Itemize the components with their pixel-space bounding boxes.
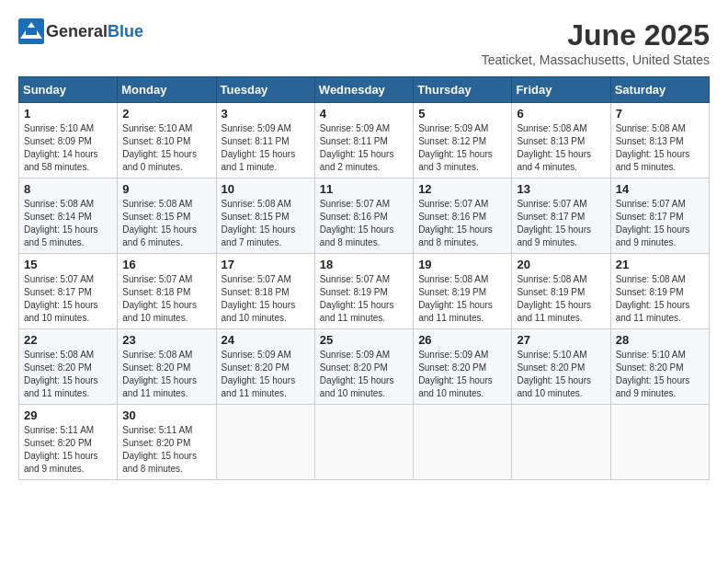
day-number: 19 bbox=[418, 258, 506, 271]
calendar-cell: 15Sunrise: 5:07 AM Sunset: 8:17 PM Dayli… bbox=[19, 254, 118, 329]
day-info: Sunrise: 5:08 AM Sunset: 8:13 PM Dayligh… bbox=[616, 122, 704, 174]
calendar-cell: 28Sunrise: 5:10 AM Sunset: 8:20 PM Dayli… bbox=[610, 329, 709, 405]
day-info: Sunrise: 5:10 AM Sunset: 8:09 PM Dayligh… bbox=[24, 122, 112, 174]
day-number: 14 bbox=[616, 182, 704, 196]
day-info: Sunrise: 5:08 AM Sunset: 8:15 PM Dayligh… bbox=[122, 198, 210, 249]
calendar-week-2: 8Sunrise: 5:08 AM Sunset: 8:14 PM Daylig… bbox=[19, 178, 710, 254]
day-info: Sunrise: 5:07 AM Sunset: 8:17 PM Dayligh… bbox=[616, 198, 704, 249]
weekday-header-tuesday: Tuesday bbox=[216, 77, 314, 103]
weekday-header-row: SundayMondayTuesdayWednesdayThursdayFrid… bbox=[19, 77, 710, 103]
calendar-cell: 12Sunrise: 5:07 AM Sunset: 8:16 PM Dayli… bbox=[414, 178, 512, 254]
calendar-cell: 30Sunrise: 5:11 AM Sunset: 8:20 PM Dayli… bbox=[118, 405, 216, 480]
day-info: Sunrise: 5:08 AM Sunset: 8:15 PM Dayligh… bbox=[222, 198, 310, 249]
day-info: Sunrise: 5:08 AM Sunset: 8:20 PM Dayligh… bbox=[122, 349, 210, 400]
svg-rect-2 bbox=[26, 28, 37, 35]
weekday-header-thursday: Thursday bbox=[414, 77, 512, 103]
day-info: Sunrise: 5:07 AM Sunset: 8:17 PM Dayligh… bbox=[517, 198, 605, 249]
calendar-cell: 7Sunrise: 5:08 AM Sunset: 8:13 PM Daylig… bbox=[610, 103, 709, 178]
day-info: Sunrise: 5:09 AM Sunset: 8:11 PM Dayligh… bbox=[222, 122, 310, 174]
day-number: 6 bbox=[517, 107, 605, 121]
day-number: 13 bbox=[517, 182, 605, 196]
location-title: Teaticket, Massachusetts, United States bbox=[482, 52, 710, 67]
day-info: Sunrise: 5:07 AM Sunset: 8:19 PM Dayligh… bbox=[320, 273, 408, 325]
day-info: Sunrise: 5:11 AM Sunset: 8:20 PM Dayligh… bbox=[24, 424, 112, 476]
calendar-cell: 4Sunrise: 5:09 AM Sunset: 8:11 PM Daylig… bbox=[314, 103, 413, 178]
day-info: Sunrise: 5:08 AM Sunset: 8:19 PM Dayligh… bbox=[616, 273, 704, 325]
calendar-cell bbox=[512, 405, 610, 480]
day-number: 12 bbox=[418, 182, 506, 196]
day-number: 15 bbox=[24, 258, 112, 271]
calendar-cell bbox=[610, 405, 709, 480]
calendar-cell: 25Sunrise: 5:09 AM Sunset: 8:20 PM Dayli… bbox=[314, 329, 413, 405]
calendar-cell: 21Sunrise: 5:08 AM Sunset: 8:19 PM Dayli… bbox=[610, 254, 709, 329]
day-info: Sunrise: 5:08 AM Sunset: 8:20 PM Dayligh… bbox=[24, 349, 112, 400]
day-number: 11 bbox=[320, 182, 408, 196]
calendar-cell: 24Sunrise: 5:09 AM Sunset: 8:20 PM Dayli… bbox=[216, 329, 314, 405]
day-number: 25 bbox=[320, 333, 408, 347]
day-info: Sunrise: 5:10 AM Sunset: 8:20 PM Dayligh… bbox=[616, 349, 704, 400]
calendar: SundayMondayTuesdayWednesdayThursdayFrid… bbox=[18, 76, 710, 480]
calendar-week-3: 15Sunrise: 5:07 AM Sunset: 8:17 PM Dayli… bbox=[19, 254, 710, 329]
weekday-header-monday: Monday bbox=[118, 77, 216, 103]
weekday-header-sunday: Sunday bbox=[19, 77, 118, 103]
day-info: Sunrise: 5:07 AM Sunset: 8:17 PM Dayligh… bbox=[24, 273, 112, 325]
calendar-cell: 17Sunrise: 5:07 AM Sunset: 8:18 PM Dayli… bbox=[216, 254, 314, 329]
calendar-cell: 11Sunrise: 5:07 AM Sunset: 8:16 PM Dayli… bbox=[314, 178, 413, 254]
calendar-cell: 6Sunrise: 5:08 AM Sunset: 8:13 PM Daylig… bbox=[512, 103, 610, 178]
day-info: Sunrise: 5:08 AM Sunset: 8:13 PM Dayligh… bbox=[517, 122, 605, 174]
day-info: Sunrise: 5:11 AM Sunset: 8:20 PM Dayligh… bbox=[122, 424, 210, 476]
day-number: 18 bbox=[320, 258, 408, 271]
day-number: 27 bbox=[517, 333, 605, 347]
logo-icon bbox=[18, 18, 44, 44]
day-number: 30 bbox=[122, 408, 210, 422]
calendar-cell: 8Sunrise: 5:08 AM Sunset: 8:14 PM Daylig… bbox=[19, 178, 118, 254]
day-number: 24 bbox=[222, 333, 310, 347]
day-number: 23 bbox=[122, 333, 210, 347]
calendar-cell bbox=[314, 405, 413, 480]
day-info: Sunrise: 5:07 AM Sunset: 8:18 PM Dayligh… bbox=[222, 273, 310, 325]
day-info: Sunrise: 5:09 AM Sunset: 8:20 PM Dayligh… bbox=[418, 349, 506, 400]
day-number: 7 bbox=[616, 107, 704, 121]
day-info: Sunrise: 5:07 AM Sunset: 8:18 PM Dayligh… bbox=[122, 273, 210, 325]
day-number: 4 bbox=[320, 107, 408, 121]
day-info: Sunrise: 5:09 AM Sunset: 8:20 PM Dayligh… bbox=[222, 349, 310, 400]
day-info: Sunrise: 5:10 AM Sunset: 8:10 PM Dayligh… bbox=[122, 122, 210, 174]
calendar-body: 1Sunrise: 5:10 AM Sunset: 8:09 PM Daylig… bbox=[19, 103, 710, 480]
calendar-week-1: 1Sunrise: 5:10 AM Sunset: 8:09 PM Daylig… bbox=[19, 103, 710, 178]
day-info: Sunrise: 5:08 AM Sunset: 8:14 PM Dayligh… bbox=[24, 198, 112, 249]
logo-general-text: General bbox=[46, 22, 108, 40]
calendar-cell: 1Sunrise: 5:10 AM Sunset: 8:09 PM Daylig… bbox=[19, 103, 118, 178]
day-info: Sunrise: 5:08 AM Sunset: 8:19 PM Dayligh… bbox=[517, 273, 605, 325]
header: GeneralBlue June 2025 Teaticket, Massach… bbox=[18, 18, 710, 67]
day-number: 3 bbox=[222, 107, 310, 121]
calendar-cell: 13Sunrise: 5:07 AM Sunset: 8:17 PM Dayli… bbox=[512, 178, 610, 254]
calendar-cell: 18Sunrise: 5:07 AM Sunset: 8:19 PM Dayli… bbox=[314, 254, 413, 329]
day-info: Sunrise: 5:07 AM Sunset: 8:16 PM Dayligh… bbox=[418, 198, 506, 249]
day-number: 26 bbox=[418, 333, 506, 347]
calendar-cell: 3Sunrise: 5:09 AM Sunset: 8:11 PM Daylig… bbox=[216, 103, 314, 178]
day-info: Sunrise: 5:10 AM Sunset: 8:20 PM Dayligh… bbox=[517, 349, 605, 400]
calendar-cell: 27Sunrise: 5:10 AM Sunset: 8:20 PM Dayli… bbox=[512, 329, 610, 405]
weekday-header-friday: Friday bbox=[512, 77, 610, 103]
day-number: 8 bbox=[24, 182, 112, 196]
calendar-cell: 2Sunrise: 5:10 AM Sunset: 8:10 PM Daylig… bbox=[118, 103, 216, 178]
calendar-cell: 20Sunrise: 5:08 AM Sunset: 8:19 PM Dayli… bbox=[512, 254, 610, 329]
day-number: 22 bbox=[24, 333, 112, 347]
calendar-header: SundayMondayTuesdayWednesdayThursdayFrid… bbox=[19, 77, 710, 103]
day-number: 2 bbox=[122, 107, 210, 121]
day-number: 17 bbox=[222, 258, 310, 271]
calendar-week-4: 22Sunrise: 5:08 AM Sunset: 8:20 PM Dayli… bbox=[19, 329, 710, 405]
weekday-header-wednesday: Wednesday bbox=[314, 77, 413, 103]
calendar-cell: 5Sunrise: 5:09 AM Sunset: 8:12 PM Daylig… bbox=[414, 103, 512, 178]
day-info: Sunrise: 5:07 AM Sunset: 8:16 PM Dayligh… bbox=[320, 198, 408, 249]
day-number: 1 bbox=[24, 107, 112, 121]
day-info: Sunrise: 5:09 AM Sunset: 8:11 PM Dayligh… bbox=[320, 122, 408, 174]
day-number: 28 bbox=[616, 333, 704, 347]
logo: GeneralBlue bbox=[18, 18, 143, 44]
calendar-cell: 29Sunrise: 5:11 AM Sunset: 8:20 PM Dayli… bbox=[19, 405, 118, 480]
calendar-cell: 23Sunrise: 5:08 AM Sunset: 8:20 PM Dayli… bbox=[118, 329, 216, 405]
logo-blue-text: Blue bbox=[108, 22, 143, 40]
day-info: Sunrise: 5:09 AM Sunset: 8:20 PM Dayligh… bbox=[320, 349, 408, 400]
calendar-cell: 10Sunrise: 5:08 AM Sunset: 8:15 PM Dayli… bbox=[216, 178, 314, 254]
calendar-cell: 22Sunrise: 5:08 AM Sunset: 8:20 PM Dayli… bbox=[19, 329, 118, 405]
